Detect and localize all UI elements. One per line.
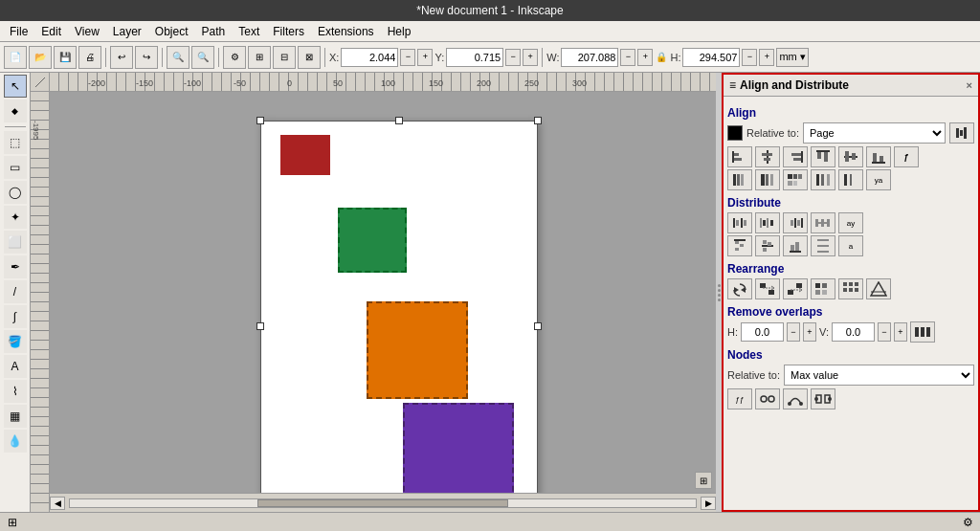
toolbar-print[interactable]: 🖨 [78,46,101,69]
align-left-edge-btn[interactable] [727,146,752,167]
overlap-v-plus[interactable]: + [894,322,907,342]
tool-connector[interactable]: ⌇ [4,380,27,403]
dist-text-baseline-btn[interactable]: ay [838,212,863,233]
tool-eyedropper[interactable]: 💧 [4,430,27,453]
tool-pencil[interactable]: / [4,280,27,303]
w-plus[interactable]: + [637,49,653,66]
h-scrollbar[interactable]: ◀ ▶ [50,493,716,512]
status-icon-right[interactable]: ⚙ [959,514,976,531]
align-anchor4-btn[interactable] [811,169,835,190]
overlap-h-input[interactable] [741,322,784,342]
tool-calligraphy[interactable]: ∫ [4,305,27,328]
rearrange-exchange2-btn[interactable] [783,278,808,299]
tool-gradient[interactable]: ▦ [4,405,27,428]
dist-center-h-btn[interactable] [755,212,780,233]
toolbar-snap4[interactable]: ⊠ [298,46,321,69]
nodes-relative-select[interactable]: Max value Min value Average First select… [784,365,974,386]
shape-purple[interactable] [403,403,514,493]
status-icon-left[interactable]: ⊞ [4,514,21,531]
panel-close-btn[interactable]: × [967,79,972,91]
x-minus[interactable]: − [400,49,415,66]
lock-aspect-btn[interactable]: 🔒 [655,48,668,67]
y-plus[interactable]: + [523,49,538,66]
shape-red[interactable] [280,135,330,175]
dist-left-btn[interactable] [727,212,752,233]
dist-spacing-v-btn[interactable] [811,235,835,256]
tool-star[interactable]: ✦ [4,206,27,229]
overlap-v-input[interactable] [832,322,875,342]
toolbar-snap3[interactable]: ⊟ [273,46,296,69]
tool-ellipse[interactable]: ◯ [4,181,27,204]
toolbar-snap[interactable]: ⚙ [223,46,246,69]
menu-object[interactable]: Object [149,23,194,40]
rearrange-exchange-color-btn[interactable] [866,278,891,299]
menu-view[interactable]: View [69,23,105,40]
toolbar-save[interactable]: 💾 [54,46,77,69]
h-plus[interactable]: + [759,49,774,66]
dist-top-btn[interactable] [727,235,752,256]
align-top-edge-btn[interactable] [811,146,835,167]
align-anchor5-btn[interactable] [838,169,863,190]
handle-tr[interactable] [534,117,542,124]
shape-orange[interactable] [367,301,468,399]
toolbar-new[interactable]: 📄 [4,46,27,69]
x-plus[interactable]: + [417,49,433,66]
rearrange-grid-btn[interactable] [838,278,863,299]
overlap-h-minus[interactable]: − [787,322,800,342]
tool-zoom[interactable]: ⬚ [4,131,27,154]
menu-help[interactable]: Help [382,23,417,40]
nodes-btn4[interactable] [811,388,835,409]
canvas-content[interactable]: ⊞ [50,92,716,493]
rearrange-exchange3-btn[interactable] [811,278,835,299]
scrollbar-thumb-h[interactable] [257,499,508,507]
w-input[interactable] [561,48,618,67]
handle-tl[interactable] [256,117,264,124]
handle-top[interactable] [395,117,403,124]
relative-to-select[interactable]: Page Drawing Selection First selected La… [803,122,946,144]
dist-bottom-btn[interactable] [783,235,808,256]
overlap-v-minus[interactable]: − [878,322,891,342]
align-anchor2-btn[interactable] [755,169,780,190]
unit-selector[interactable]: mm ▾ [776,48,808,67]
toolbar-redo[interactable]: ↪ [135,46,158,69]
toolbar-snap2[interactable]: ⊞ [248,46,271,69]
align-center-h-btn[interactable] [755,146,780,167]
tool-3d[interactable]: ⬜ [4,231,27,254]
rearrange-rotate-btn[interactable] [727,278,752,299]
dist-center-v-btn[interactable] [755,235,780,256]
y-minus[interactable]: − [505,49,521,66]
menu-path[interactable]: Path [196,23,232,40]
nodes-btn2[interactable] [755,388,780,409]
nodes-btn1[interactable]: ƒƒ [727,388,752,409]
rearrange-exchange-btn[interactable] [755,278,780,299]
shape-green[interactable] [338,208,407,273]
dist-right-btn[interactable] [783,212,808,233]
dist-spacing-h-btn[interactable] [811,212,835,233]
tool-node[interactable]: ◆ [4,100,27,122]
menu-layer[interactable]: Layer [107,23,147,40]
menu-filters[interactable]: Filters [267,23,310,40]
tool-rect[interactable]: ▭ [4,156,27,179]
toolbar-zoom-in[interactable]: 🔍 [167,46,189,69]
dist-text2-btn[interactable]: a [838,235,863,256]
align-anchor1-btn[interactable] [727,169,752,190]
align-right-edge-btn[interactable] [783,146,808,167]
menu-file[interactable]: File [4,23,33,40]
align-bottom-edge-btn[interactable] [866,146,891,167]
align-extra-btn[interactable] [949,122,974,144]
menu-edit[interactable]: Edit [35,23,67,40]
w-minus[interactable]: − [620,49,635,66]
toolbar-open[interactable]: 📂 [29,46,52,69]
tool-bucket[interactable]: 🪣 [4,330,27,353]
zoom-indicator[interactable]: ⊞ [695,472,712,489]
toolbar-zoom-out[interactable]: 🔍 [191,46,214,69]
h-input[interactable] [682,48,740,67]
overlap-h-plus[interactable]: + [803,322,816,342]
toolbar-undo[interactable]: ↩ [110,46,133,69]
tool-select[interactable]: ↖ [4,75,27,98]
scroll-left-btn[interactable]: ◀ [50,497,65,510]
remove-overlaps-apply-btn[interactable] [910,321,935,343]
y-input[interactable] [446,48,503,67]
nodes-btn3[interactable] [783,388,808,409]
align-anchor3-btn[interactable] [783,169,808,190]
